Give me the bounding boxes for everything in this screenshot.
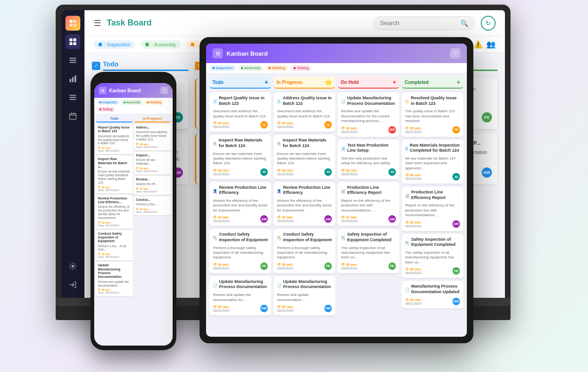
tablet-card-c-0[interactable]: ⚠ Resolved Quality Issue in Batch 123 Th… — [402, 92, 463, 137]
tablet-card-avatar: AM — [452, 220, 460, 228]
tablet-card-c-1[interactable]: ⚙ Raw Materials Inspection Completed for… — [402, 140, 463, 184]
tablet-card-c-4[interactable]: 📄 Manufacturing Process Documentation Up… — [402, 281, 463, 308]
phone-filter-inspection[interactable]: ■ Inspection — [97, 100, 119, 105]
sidebar-item-settings[interactable] — [65, 259, 80, 274]
phone-card-ip-2[interactable]: Review... Assess the eff... ⏱ 30 min Dat… — [134, 176, 171, 195]
tablet-card-avatar: TK — [260, 121, 268, 128]
tablet-card-c-2[interactable]: 📊 Production Line Efficiency Report Repo… — [402, 186, 463, 231]
assembly-dot — [145, 43, 149, 46]
tablet-card-avatar: JD — [324, 168, 332, 176]
tablet-col-completed: Completed + ⚠ Resolved Quality Issue in … — [402, 77, 463, 333]
sidebar-item-calendar[interactable] — [65, 109, 80, 123]
tablet-card-avatar: NW — [260, 305, 268, 312]
sidebar — [61, 10, 84, 298]
tc-icon: 👤 — [213, 188, 217, 194]
sidebar-item-dashboard[interactable] — [65, 34, 80, 49]
tablet-col-header-todo: Todo + — [210, 77, 271, 89]
tablet-filter-assembly[interactable]: ■ Assembly — [239, 65, 263, 71]
phone-card-3[interactable]: Conduct Safety Inspection of Equipment P… — [96, 230, 133, 261]
phone-filter-testing[interactable]: ■ Testing — [97, 107, 115, 112]
tablet-col-header-completed: Completed + — [402, 77, 463, 89]
tablet-card-oh-2[interactable]: 📊 Production Line Efficiency Report Repo… — [338, 182, 399, 226]
tc-icon: 🔧 — [405, 240, 409, 246]
phone-header: ⊞ Kanban Board ? — [94, 83, 173, 98]
tablet-filter-testing[interactable]: ■ Testing — [291, 65, 311, 71]
tablet-card-ip-0[interactable]: ⚠ Address Quality Issue in Batch 123 Doc… — [274, 92, 335, 132]
tablet-card-c-3[interactable]: 🔧 Safety Inspection of Equipment Complet… — [402, 234, 463, 278]
tablet-card-ip-1[interactable]: ⚙ Inspect Raw Materials for Batch 124 En… — [274, 135, 335, 179]
sidebar-item-logout[interactable] — [65, 277, 80, 292]
tablet-card-ip-3[interactable]: 🔧 Conduct Safety Inspection of Equipment… — [274, 229, 335, 273]
sidebar-item-list[interactable] — [65, 90, 80, 105]
tablet-filter-welding[interactable]: ■ Welding — [266, 65, 288, 71]
tablet-card-todo-4[interactable]: 📄 Update Manufacturing Process Documenta… — [210, 276, 271, 315]
tablet-header-icon[interactable]: ? — [450, 48, 460, 58]
tablet-card-avatar: AM — [324, 215, 332, 223]
filter-assembly-label: : Assembly — [151, 42, 176, 47]
tablet-header: ⊞ Kanban Board ? — [206, 44, 467, 63]
phone-card-ip-1[interactable]: Inspect... Ensure all raw materials... ⏱… — [134, 152, 171, 174]
phone-header-btn[interactable]: ? — [161, 87, 168, 94]
tablet-card-avatar: NW — [452, 298, 460, 305]
warning-icon[interactable]: ⚠️ — [473, 40, 483, 49]
refresh-button[interactable]: ↻ — [481, 16, 496, 31]
filter-inspection[interactable]: : Inspection — [94, 40, 135, 49]
tablet-col-todo: Todo + ⚠ Report Quality Issue in Batch 1… — [210, 77, 271, 333]
sidebar-item-chart[interactable] — [65, 71, 80, 86]
filter-assembly[interactable]: : Assembly — [141, 40, 181, 49]
phone-card-0[interactable]: Report Quality Issue in Batch 123 Docume… — [96, 124, 133, 154]
tablet-col-header-onhold: On Hold + — [338, 77, 399, 89]
welding-dot — [191, 43, 194, 46]
filter-inspection-label: : Inspection — [104, 42, 130, 47]
tablet-col-plus-inprogress[interactable]: ⭐ — [324, 78, 332, 86]
tablet-card-avatar: PK — [324, 263, 332, 270]
tablet-device: ⊞ Kanban Board ? ■ Inspection ■ Assembly… — [200, 37, 473, 343]
tablet-card-todo-3[interactable]: 🔧 Conduct Safety Inspection of Equipment… — [210, 229, 271, 273]
search-icon[interactable]: 🔍 — [460, 19, 468, 27]
tablet-filter-inspection[interactable]: ■ Inspection — [210, 65, 236, 71]
hamburger-icon[interactable]: ☰ — [94, 18, 101, 28]
svg-rect-6 — [70, 42, 72, 45]
tablet-card-oh-3[interactable]: 🔧 Safety Inspection of Equipment Complet… — [338, 229, 399, 273]
tablet-col-onhold: On Hold + 📄 Update Manufacturing Process… — [338, 77, 399, 333]
svg-rect-20 — [74, 113, 75, 115]
phone-card-ip-3[interactable]: Conduc... Perform a tho... ⏱ 30 min Date… — [134, 196, 171, 215]
svg-rect-2 — [70, 24, 72, 26]
svg-rect-16 — [70, 99, 76, 100]
tablet-card-ip-2[interactable]: 👤 Review Production Line Efficiency Asse… — [274, 182, 335, 226]
col-title-todo: Todo — [103, 60, 188, 71]
phone-card-1[interactable]: Inspect Raw Materials for Batch 1... Ens… — [96, 155, 133, 193]
tablet-col-plus-todo[interactable]: + — [265, 78, 268, 86]
tablet-card-todo-0[interactable]: ⚠ Report Quality Issue in Batch 123 Docu… — [210, 92, 271, 132]
sidebar-item-menu[interactable] — [65, 53, 80, 68]
tablet-col-plus-completed[interactable]: + — [457, 78, 460, 86]
tablet-card-avatar: JD — [260, 168, 268, 176]
tablet-card-avatar: PK — [452, 267, 460, 275]
phone-card-ip-0[interactable]: Addres... Document and address the quali… — [134, 124, 171, 150]
phone-card-2[interactable]: Review Production Line Efficienc... Asse… — [96, 195, 133, 229]
phone-filter-assembly[interactable]: ■ Assembly — [121, 100, 142, 105]
svg-rect-1 — [73, 20, 76, 23]
tablet-card-avatar: TK — [324, 121, 332, 128]
svg-rect-15 — [70, 97, 76, 98]
tablet-card-todo-2[interactable]: 👤 Review Production Line Efficiency Asse… — [210, 182, 271, 226]
search-input[interactable] — [380, 19, 457, 26]
phone-card-4[interactable]: Update Manufacturing Process Documentati… — [96, 262, 133, 296]
svg-rect-9 — [70, 60, 76, 61]
search-bar[interactable]: 🔍 — [373, 16, 475, 30]
todo-col-icon: ✓ — [92, 62, 100, 70]
tablet-card-todo-1[interactable]: ⚙ Inspect Raw Materials for Batch 124 En… — [210, 135, 271, 179]
tablet-logo: ⊞ — [213, 48, 223, 58]
tablet-kanban: Todo + ⚠ Report Quality Issue in Batch 1… — [206, 73, 467, 337]
tablet-card-ip-4[interactable]: 📄 Update Manufacturing Process Documenta… — [274, 276, 335, 315]
phone-filter-welding[interactable]: ■ Welding — [144, 100, 163, 105]
tablet-card-oh-0[interactable]: 📄 Update Manufacturing Process Documenta… — [338, 92, 399, 137]
tablet-col-inprogress: In Progress ⭐ ⚠ Address Quality Issue in… — [274, 77, 335, 333]
page-title: Task Board — [107, 18, 368, 28]
tablet-card-oh-1[interactable]: ⚙ Test New Production Line Setup Test th… — [338, 140, 399, 179]
filter-action-icons: ⚠️ 👥 — [473, 40, 496, 49]
svg-rect-5 — [73, 38, 76, 41]
tablet-card-avatar: MR — [388, 126, 396, 134]
tablet-col-plus-onhold[interactable]: + — [393, 78, 396, 86]
group-icon[interactable]: 👥 — [486, 40, 496, 49]
